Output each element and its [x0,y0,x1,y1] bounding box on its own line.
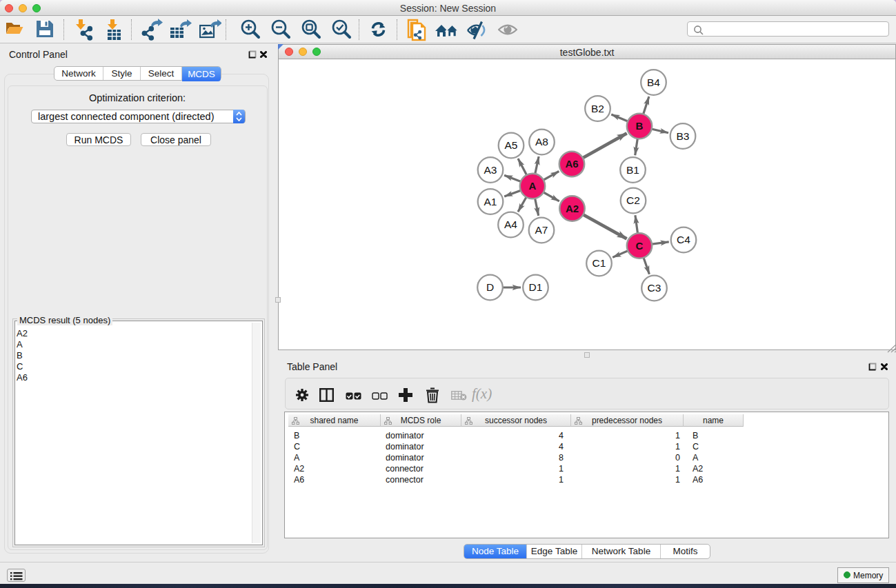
svg-text:C4: C4 [677,234,690,245]
svg-text:B4: B4 [647,77,660,88]
svg-text:A3: A3 [484,164,497,176]
svg-text:B: B [636,120,644,132]
svg-text:D: D [486,281,494,293]
svg-text:C: C [636,240,644,252]
svg-text:A7: A7 [535,224,548,236]
svg-text:A8: A8 [535,136,548,148]
svg-text:C3: C3 [648,282,661,294]
svg-text:A4: A4 [504,219,517,230]
svg-text:A5: A5 [505,139,518,151]
svg-text:B3: B3 [677,130,690,142]
svg-text:B2: B2 [591,103,604,114]
svg-text:D1: D1 [529,281,543,293]
svg-text:A2: A2 [566,203,579,214]
svg-text:A: A [529,180,537,192]
svg-text:A6: A6 [565,158,578,170]
svg-text:C1: C1 [593,257,606,269]
svg-text:C2: C2 [626,194,640,206]
svg-text:A1: A1 [484,196,497,207]
svg-text:B1: B1 [626,164,639,176]
